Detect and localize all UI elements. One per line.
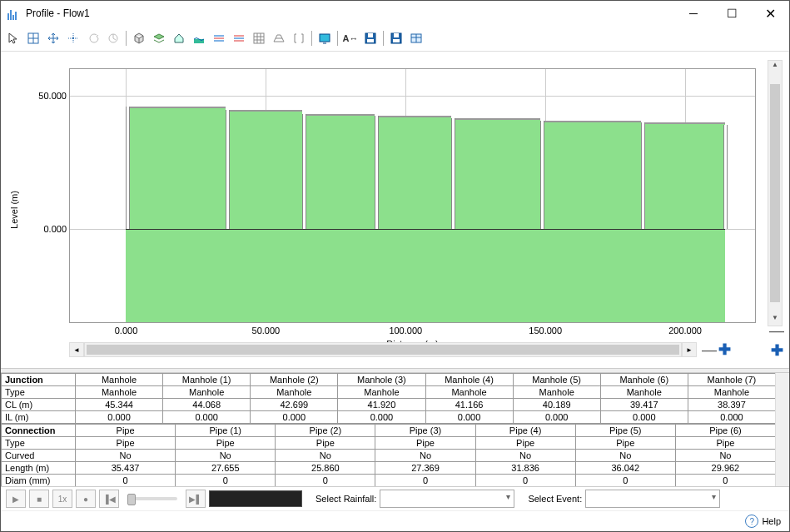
select-event-dropdown[interactable] (585, 490, 720, 508)
hzoom-in-icon[interactable]: ✚ (718, 341, 731, 359)
vzoom-out-icon[interactable]: — (769, 322, 784, 340)
house-icon[interactable] (170, 29, 188, 47)
bracket-icon[interactable] (290, 29, 308, 47)
scroll-left-icon[interactable]: ◄ (69, 342, 84, 357)
window-title: Profile - Flow1 (26, 7, 90, 19)
x-tick: 150.000 (529, 322, 562, 336)
x-tick: 100.000 (389, 322, 422, 336)
select-rainfall-dropdown[interactable] (380, 490, 514, 508)
chart-vscroll[interactable]: ▲ ▼ (768, 60, 783, 326)
zoom-extent-icon[interactable] (24, 29, 42, 47)
svg-rect-18 (320, 34, 330, 42)
save-icon[interactable] (361, 29, 380, 47)
play-button[interactable]: ▶ (6, 490, 26, 508)
pan-free-icon[interactable] (64, 29, 82, 47)
x-tick: 0.000 (115, 322, 138, 336)
table-vscroll[interactable] (775, 373, 789, 486)
svg-rect-22 (367, 39, 374, 42)
rotate-ccw-icon[interactable] (84, 29, 102, 47)
junction-section-header: Junction (2, 374, 76, 386)
table-row: IL (m)0.0000.0000.0000.0000.0000.0000.00… (2, 411, 776, 424)
svg-rect-25 (393, 39, 400, 42)
connection-table: Connection Pipe Pipe (1) Pipe (2) Pipe (… (1, 424, 776, 486)
progress-display (209, 490, 302, 507)
svg-rect-21 (368, 33, 373, 37)
table-row: Diam (mm)0000000 (2, 475, 776, 487)
select-event-label: Select Event: (528, 494, 582, 504)
hzoom-out-icon[interactable]: — (702, 341, 717, 359)
table-row: Length (m)35.43727.65525.86027.36931.836… (2, 462, 776, 475)
app-window: Profile - Flow1 ─ ☐ ✕ A↔ Level (m) (0, 0, 790, 532)
y-tick: 50.000 (38, 91, 70, 101)
junction-table: Junction Manhole Manhole (1) Manhole (2)… (1, 373, 776, 424)
app-icon (7, 7, 21, 20)
measure-icon[interactable]: A↔ (341, 29, 360, 47)
water-icon[interactable] (190, 29, 208, 47)
perspective-icon[interactable] (270, 29, 288, 47)
svg-rect-12 (254, 33, 264, 43)
lines-red-icon[interactable] (210, 29, 228, 47)
speed-button[interactable]: 1x (52, 490, 72, 508)
data-table-area: Junction Manhole Manhole (1) Manhole (2)… (1, 373, 789, 486)
select-rainfall-label: Select Rainfall: (316, 494, 376, 504)
table-row: TypeManholeManholeManholeManholeManholeM… (2, 386, 776, 399)
separator-icon (311, 31, 312, 46)
record-button[interactable]: ● (76, 490, 96, 508)
close-button[interactable]: ✕ (751, 1, 789, 26)
y-axis-label: Level (m) (9, 191, 19, 229)
scroll-right-icon[interactable]: ► (682, 342, 697, 357)
grid-icon[interactable] (250, 29, 268, 47)
separator-icon (337, 31, 338, 46)
svg-rect-24 (394, 33, 399, 37)
scroll-up-icon[interactable]: ▲ (768, 61, 782, 72)
chart-hscroll[interactable]: ◄ ► — ✚ (69, 343, 731, 356)
playback-bar: ▶ ■ 1x ● ▐◀ ▶▌ Select Rainfall: Select E… (1, 486, 789, 510)
help-link[interactable]: Help (762, 516, 781, 526)
minimize-button[interactable]: ─ (674, 1, 713, 26)
lines-blue-icon[interactable] (230, 29, 248, 47)
table-row: CL (m)45.34444.06842.69941.92041.16640.1… (2, 399, 776, 411)
x-tick: 50.000 (252, 322, 281, 336)
footer: ? Help (1, 510, 789, 531)
profile-plot[interactable]: 50.000 0.000 0.000 50.000 100.000 150.00… (69, 68, 756, 323)
screen-icon[interactable] (316, 29, 334, 47)
svg-point-3 (72, 37, 74, 39)
table-row: TypePipePipePipePipePipePipePipe (2, 437, 776, 450)
cube-icon[interactable] (130, 29, 148, 47)
y-tick: 0.000 (43, 224, 70, 234)
pointer-icon[interactable] (4, 29, 22, 47)
chart-area: Level (m) (1, 52, 789, 368)
layers-icon[interactable] (150, 29, 168, 47)
rotate-cw-icon[interactable] (104, 29, 122, 47)
x-tick: 200.000 (668, 322, 702, 336)
save2-icon[interactable] (387, 29, 405, 47)
maximize-button[interactable]: ☐ (713, 1, 751, 26)
connection-section-header: Connection (2, 425, 76, 437)
prev-button[interactable]: ▐◀ (99, 490, 119, 508)
toolbar: A↔ (1, 26, 789, 52)
vzoom-in-icon[interactable]: ✚ (771, 341, 783, 360)
next-button[interactable]: ▶▌ (186, 490, 206, 508)
separator-icon (126, 31, 127, 46)
separator-icon (383, 31, 384, 46)
stop-button[interactable]: ■ (29, 490, 49, 508)
time-slider[interactable] (127, 497, 177, 500)
help-icon[interactable]: ? (745, 515, 758, 528)
table-row: CurvedNoNoNoNoNoNoNo (2, 450, 776, 462)
titlebar: Profile - Flow1 ─ ☐ ✕ (1, 1, 789, 26)
table-icon[interactable] (407, 29, 425, 47)
pan-icon[interactable] (44, 29, 62, 47)
